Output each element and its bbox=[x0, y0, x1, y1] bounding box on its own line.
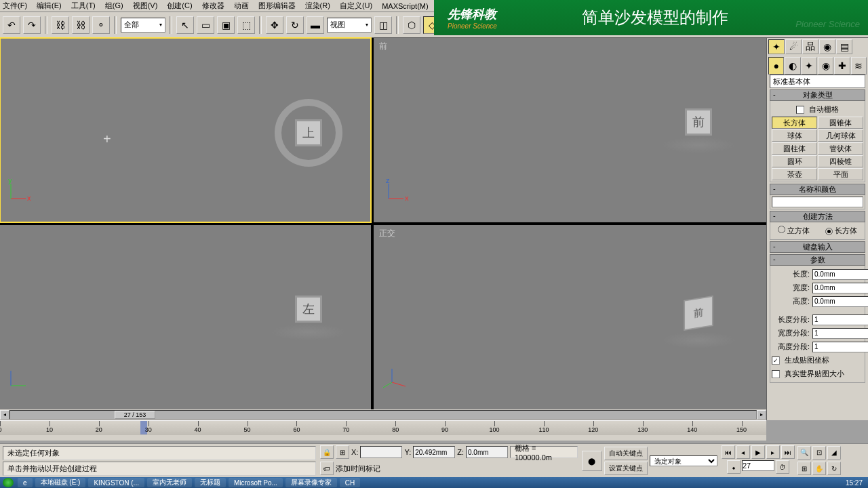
prim-torus[interactable]: 圆环 bbox=[772, 155, 817, 167]
viewcube-front[interactable]: 前 bbox=[658, 85, 739, 167]
method-box-radio[interactable] bbox=[825, 228, 833, 235]
coord-z[interactable] bbox=[466, 446, 508, 458]
prim-plane[interactable]: 平面 bbox=[818, 168, 863, 180]
select-name-button[interactable]: ▭ bbox=[197, 16, 214, 34]
lock-button[interactable]: 🔒 bbox=[320, 445, 334, 459]
select-button[interactable]: ↖ bbox=[176, 16, 194, 34]
nav-zoom[interactable]: 🔍 bbox=[797, 446, 811, 460]
prim-teapot[interactable]: 茶壶 bbox=[772, 168, 817, 180]
task-item[interactable]: 无标题 bbox=[195, 478, 226, 487]
time-track[interactable]: 27 / 153 bbox=[9, 410, 757, 420]
menu-tools[interactable]: 工具(T) bbox=[71, 1, 96, 11]
time-next[interactable]: ▸ bbox=[757, 410, 766, 420]
time-thumb[interactable]: 27 / 153 bbox=[115, 411, 155, 419]
addtime-label[interactable]: 添加时间标记 bbox=[336, 464, 380, 474]
task-item[interactable]: 室内无老师 bbox=[147, 478, 192, 487]
wseg-input[interactable] bbox=[812, 328, 868, 339]
rotate-button[interactable]: ↻ bbox=[286, 16, 304, 34]
prim-geosphere[interactable]: 几何球体 bbox=[818, 129, 863, 142]
task-item[interactable]: Microsoft Po... bbox=[229, 478, 283, 487]
prim-cylinder[interactable]: 圆柱体 bbox=[772, 142, 817, 155]
timeconfig-button[interactable]: ⏱ bbox=[776, 460, 789, 474]
bigkey-button[interactable]: ⬤ bbox=[582, 451, 602, 471]
length-input[interactable] bbox=[812, 269, 868, 280]
subcategory-select[interactable]: 标准基本体 bbox=[770, 75, 865, 88]
cat-lights[interactable]: ✦ bbox=[802, 57, 817, 75]
menu-anim[interactable]: 动画 bbox=[234, 1, 249, 11]
tab-hierarchy[interactable]: 品 bbox=[802, 39, 818, 54]
realworld-check[interactable] bbox=[772, 370, 780, 378]
abs-rel-button[interactable]: ⊞ bbox=[336, 445, 349, 459]
task-item[interactable]: 屏幕录像专家 bbox=[285, 478, 337, 487]
width-input[interactable] bbox=[812, 283, 868, 293]
genmap-check[interactable]: ✓ bbox=[772, 357, 780, 365]
lang-indicator[interactable]: CH bbox=[340, 478, 360, 487]
prev-frame[interactable]: ◂ bbox=[736, 445, 750, 459]
menu-file[interactable]: 文件(F) bbox=[3, 1, 27, 11]
move-button[interactable]: ✥ bbox=[266, 16, 283, 34]
viewcube-left[interactable]: 左 bbox=[268, 272, 349, 354]
cat-shapes[interactable]: ◐ bbox=[785, 57, 800, 75]
cat-geometry[interactable]: ● bbox=[768, 57, 784, 75]
snap-button[interactable]: ⬡ bbox=[403, 16, 420, 34]
filter-select[interactable]: 全部 bbox=[121, 18, 165, 33]
refcoord-select[interactable]: 视图 bbox=[327, 18, 372, 33]
viewport-left[interactable]: 左 bbox=[0, 225, 371, 409]
viewport-persp[interactable]: 正交 前 bbox=[374, 225, 766, 409]
nav-fov[interactable]: ◢ bbox=[827, 446, 841, 460]
viewcube-persp[interactable]: 前 bbox=[658, 272, 739, 354]
rollout-namecolor[interactable]: 名称和颜色 bbox=[770, 184, 865, 195]
menu-modifier[interactable]: 修改器 bbox=[202, 1, 224, 11]
nav-zoomall[interactable]: ⊡ bbox=[812, 446, 826, 460]
nav-pan[interactable]: ✋ bbox=[812, 462, 826, 475]
menu-custom[interactable]: 自定义(U) bbox=[340, 1, 372, 11]
menu-view[interactable]: 视图(V) bbox=[133, 1, 158, 11]
viewport-front[interactable]: 前 前 xz bbox=[374, 38, 766, 222]
cat-helpers[interactable]: ✚ bbox=[834, 57, 850, 75]
prim-sphere[interactable]: 球体 bbox=[772, 129, 817, 142]
link-button[interactable]: ⛓ bbox=[52, 16, 69, 34]
menu-script[interactable]: MAXScript(M) bbox=[382, 2, 428, 10]
keymode-button[interactable]: ⬥ bbox=[727, 460, 741, 474]
tab-modify[interactable]: ☄ bbox=[785, 39, 802, 54]
nav-zoomext[interactable]: ⊞ bbox=[797, 462, 811, 475]
coord-y[interactable] bbox=[413, 446, 455, 458]
tab-display[interactable]: ▤ bbox=[836, 39, 852, 54]
play-button[interactable]: ▶ bbox=[751, 445, 765, 459]
height-input[interactable] bbox=[812, 296, 868, 307]
bind-button[interactable]: ⚬ bbox=[92, 16, 110, 34]
autogrid-check[interactable] bbox=[796, 106, 804, 114]
scale-button[interactable]: ▬ bbox=[307, 16, 324, 34]
pivot-button[interactable]: ◫ bbox=[374, 16, 392, 34]
task-ie[interactable]: e bbox=[18, 478, 33, 487]
rollout-params[interactable]: 参数 bbox=[770, 254, 865, 266]
viewcube-top[interactable]: 上 bbox=[268, 92, 349, 174]
redo-button[interactable]: ↷ bbox=[23, 16, 41, 34]
time-ruler[interactable]: 0102030405060708090100110120130140150 bbox=[0, 420, 766, 435]
task-item[interactable]: KINGSTON (... bbox=[88, 478, 144, 487]
window-crossing-button[interactable]: ⬚ bbox=[237, 16, 255, 34]
time-prev[interactable]: ◂ bbox=[0, 410, 9, 420]
nav-orbit[interactable]: ↻ bbox=[827, 462, 841, 475]
unlink-button[interactable]: ⛓̷ bbox=[72, 16, 90, 34]
prim-cone[interactable]: 圆锥体 bbox=[818, 117, 863, 129]
prim-box[interactable]: 长方体 bbox=[772, 117, 817, 129]
clock[interactable]: 15:27 bbox=[840, 479, 868, 487]
lseg-input[interactable] bbox=[812, 314, 868, 325]
menu-edit[interactable]: 编辑(E) bbox=[37, 1, 62, 11]
keyfilter-select[interactable]: 选定对象 bbox=[650, 455, 717, 466]
menu-create[interactable]: 创建(C) bbox=[167, 1, 192, 11]
tab-create[interactable]: ✦ bbox=[768, 39, 785, 54]
rollout-objtype[interactable]: 对象类型 bbox=[770, 89, 865, 101]
prim-tube[interactable]: 管状体 bbox=[818, 142, 863, 155]
frame-input[interactable] bbox=[742, 460, 774, 471]
select-region-button[interactable]: ▣ bbox=[217, 16, 235, 34]
menu-graph[interactable]: 图形编辑器 bbox=[258, 1, 296, 11]
cat-space[interactable]: ≋ bbox=[851, 57, 867, 75]
menu-render[interactable]: 渲染(R) bbox=[305, 1, 330, 11]
viewport-top[interactable]: + 上 xy bbox=[0, 38, 371, 222]
goto-end[interactable]: ⏭ bbox=[781, 445, 795, 459]
setkey-button[interactable]: 设置关键点 bbox=[604, 462, 648, 475]
goto-start[interactable]: ⏮ bbox=[722, 445, 735, 459]
next-frame[interactable]: ▸ bbox=[766, 445, 780, 459]
